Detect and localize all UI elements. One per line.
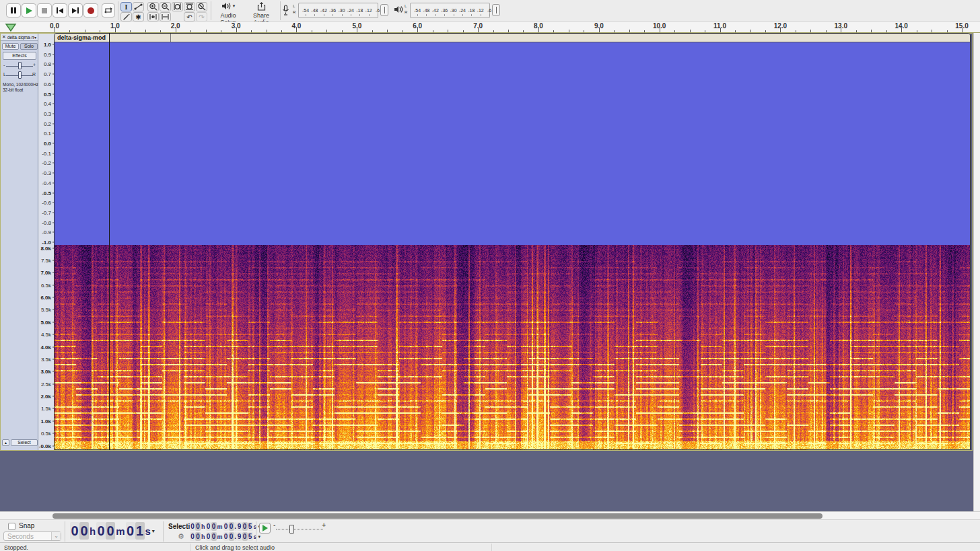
stop-button[interactable] <box>37 3 52 17</box>
snap-mode-select[interactable]: Seconds ⌄ <box>3 531 61 541</box>
waveform-view[interactable] <box>55 42 970 245</box>
mute-button[interactable]: Mute <box>2 43 19 50</box>
caret-down-icon[interactable]: ▾ <box>152 528 155 534</box>
scale-label: 3.0k <box>40 369 51 375</box>
timeline-ruler[interactable]: 0.01.02.03.04.05.06.07.08.09.010.011.012… <box>0 22 980 33</box>
track-name-menu[interactable]: delta-sigma-m <box>7 35 34 40</box>
time-digit[interactable]: 9 <box>237 522 242 531</box>
select-track-button[interactable]: Select <box>11 439 38 446</box>
undo-button[interactable]: ↶ <box>184 12 195 22</box>
gear-icon[interactable]: ⚙ <box>178 532 184 541</box>
time-digit[interactable]: 0 <box>70 522 79 540</box>
timeline-pin-icon[interactable] <box>5 24 17 32</box>
clip-title-bar[interactable]: delta-sigma-mod <box>55 34 970 42</box>
pan-slider-thumb[interactable] <box>18 71 22 79</box>
record-button[interactable] <box>83 3 98 17</box>
spectrogram-view[interactable] <box>55 245 970 449</box>
time-digit[interactable]: 0 <box>242 532 248 541</box>
collapse-track-button[interactable]: ▲ <box>2 439 9 446</box>
zoom-toggle-button[interactable] <box>196 2 207 11</box>
time-digit[interactable]: 0 <box>206 532 211 541</box>
time-digit[interactable]: 0 <box>223 532 229 541</box>
clip-name-label: delta-sigma-mod <box>55 34 171 42</box>
time-digit[interactable]: 0 <box>211 522 217 531</box>
close-track-button[interactable]: ✕ <box>1 34 7 40</box>
time-digit[interactable]: 0 <box>190 532 195 541</box>
time-digit[interactable]: 0 <box>229 532 234 541</box>
timeline-tick <box>160 30 161 32</box>
playback-meter[interactable]: LR -54-48-42-36-30-24-18-12-6 <box>394 2 501 20</box>
draw-tool-button[interactable] <box>120 12 132 22</box>
multi-tool-button[interactable]: ✱ <box>133 12 144 22</box>
scale-label: 5.0k <box>40 319 51 325</box>
pause-button[interactable] <box>6 3 21 17</box>
time-digit[interactable]: 0 <box>195 532 201 541</box>
time-digit[interactable]: 9 <box>237 532 242 541</box>
playback-speed-slider[interactable]: - + <box>272 523 327 535</box>
time-digit[interactable]: . <box>234 522 237 531</box>
loop-button[interactable] <box>102 3 115 17</box>
play-at-speed-button[interactable] <box>259 523 271 534</box>
zoom-in-button[interactable] <box>147 2 159 11</box>
time-digit[interactable]: 0 <box>96 522 106 540</box>
horizontal-scrollbar[interactable] <box>0 511 980 519</box>
time-digit[interactable]: 0 <box>206 522 211 531</box>
time-digit[interactable]: 0 <box>195 522 201 531</box>
solo-button[interactable]: Solo <box>20 43 38 50</box>
time-digit[interactable]: 5 <box>248 522 253 531</box>
skip-to-end-button[interactable] <box>68 3 83 17</box>
audio-clip[interactable]: delta-sigma-mod <box>54 33 971 450</box>
selection-tool-button[interactable]: I <box>120 2 132 11</box>
time-digit[interactable]: . <box>234 532 237 541</box>
zoom-in-icon <box>149 3 158 11</box>
timeline-tick <box>962 28 963 32</box>
time-digit[interactable]: 5 <box>248 532 253 541</box>
gain-slider-thumb[interactable] <box>18 62 22 69</box>
recording-meter[interactable]: LR -54-48-42-36-30-24-18-12-6 <box>282 2 390 20</box>
envelope-tool-button[interactable] <box>133 2 144 11</box>
time-digit[interactable]: 0 <box>79 522 89 540</box>
time-digit[interactable]: 0 <box>126 522 135 540</box>
audio-position-display[interactable]: 00h00m01s▾ <box>70 522 155 540</box>
caret-down-icon[interactable]: ▾ <box>258 534 261 540</box>
meter-db-label: -42 <box>432 8 439 13</box>
zoom-fit-project-button[interactable] <box>184 2 195 11</box>
meter-tick <box>342 14 343 16</box>
time-digit[interactable]: 0 <box>242 522 248 531</box>
track-control-panel[interactable]: ✕ delta-sigma-m ▾ Mute Solo Effects - + … <box>1 34 38 450</box>
timeline-tick <box>917 30 917 32</box>
speed-slider-thumb[interactable] <box>289 525 294 534</box>
snap-checkbox[interactable] <box>8 523 15 530</box>
time-digit[interactable]: 0 <box>223 522 229 531</box>
selection-end-display[interactable]: 00h00m00.905s▾ <box>190 532 260 541</box>
zoom-out-button[interactable] <box>160 2 171 11</box>
play-button[interactable] <box>22 3 36 17</box>
meter-endcap-icon <box>492 4 500 16</box>
redo-button[interactable]: ↷ <box>196 12 207 22</box>
pan-slider[interactable]: L R <box>2 71 37 79</box>
audio-setup-button[interactable]: ▾ Audio Setup <box>213 0 244 22</box>
track-workspace[interactable]: ✕ delta-sigma-m ▾ Mute Solo Effects - + … <box>0 33 980 511</box>
multi-tool-icon: ✱ <box>135 13 141 21</box>
vertical-scale-ruler[interactable]: 1.00.90.80.70.60.50.40.30.20.10.0-0.1-0.… <box>38 34 55 450</box>
horizontal-scrollbar-thumb[interactable] <box>53 513 823 519</box>
effects-button[interactable]: Effects <box>3 52 36 60</box>
time-digit[interactable]: 0 <box>106 522 115 540</box>
silence-audio-button[interactable] <box>160 12 171 22</box>
gain-slider[interactable]: - + <box>2 62 37 70</box>
skip-to-start-button[interactable] <box>53 3 67 17</box>
timeline-tick <box>372 30 373 32</box>
time-digit[interactable]: 0 <box>190 522 195 531</box>
meter-db-label: -54 <box>414 8 421 13</box>
microphone-icon <box>282 5 289 16</box>
share-audio-button[interactable]: Share Audio <box>245 0 277 22</box>
zoom-selection-button[interactable] <box>172 2 183 11</box>
timeline-tick <box>765 30 766 32</box>
vertical-scrollbar[interactable] <box>973 33 980 511</box>
timeline-tick <box>221 30 221 32</box>
time-digit[interactable]: 1 <box>135 522 145 540</box>
time-digit[interactable]: 0 <box>211 532 217 541</box>
selection-start-display[interactable]: 00h00m00.905s▾ <box>190 522 260 531</box>
trim-audio-button[interactable] <box>147 12 159 22</box>
time-digit[interactable]: 0 <box>229 522 234 531</box>
